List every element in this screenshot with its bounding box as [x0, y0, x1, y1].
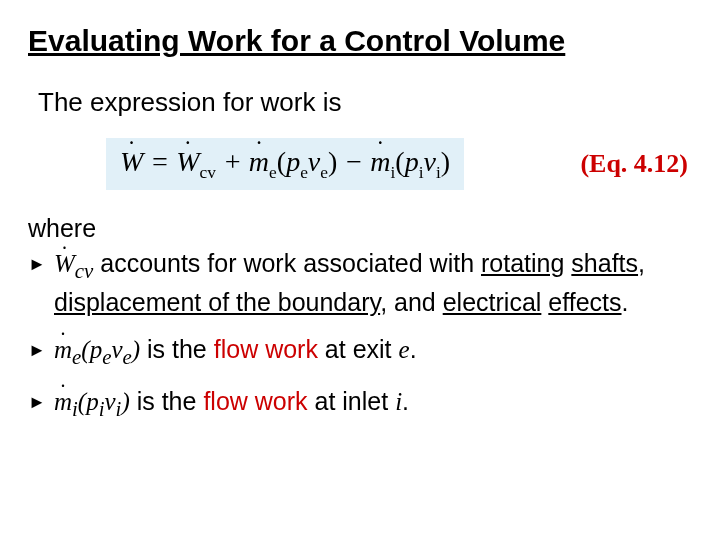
equation-box: W = Wcv + me(peve) − mi(pivi) [106, 138, 464, 191]
equation-number: (Eq. 4.12) [580, 149, 692, 179]
bullet-2: ► me(peve) is the flow work at exit e. [28, 333, 692, 371]
bullet-marker-icon: ► [28, 333, 54, 371]
flow-work-exit: flow work [214, 335, 318, 363]
slide: Evaluating Work for a Control Volume The… [0, 0, 720, 424]
symbol-Wcv-dot: W [54, 247, 75, 280]
eq-me-dot: m [249, 146, 269, 177]
equation-row: W = Wcv + me(peve) − mi(pivi) (Eq. 4.12) [28, 138, 692, 191]
where-label: where [28, 214, 692, 243]
slide-title: Evaluating Work for a Control Volume [28, 24, 692, 59]
intro-text: The expression for work is [38, 87, 692, 118]
bullet-3: ► mi(pivi) is the flow work at inlet i. [28, 385, 692, 423]
eq-Wdot: W [120, 146, 143, 177]
flow-work-inlet: flow work [203, 387, 307, 415]
bullet-1: ► Wcv accounts for work associated with … [28, 247, 692, 318]
symbol-me-dot: m [54, 333, 72, 366]
eq-Wcv-dot: W [176, 146, 199, 177]
symbol-mi-dot: m [54, 385, 72, 418]
bullet-marker-icon: ► [28, 385, 54, 423]
bullet-marker-icon: ► [28, 247, 54, 318]
eq-mi-dot: m [370, 146, 390, 177]
